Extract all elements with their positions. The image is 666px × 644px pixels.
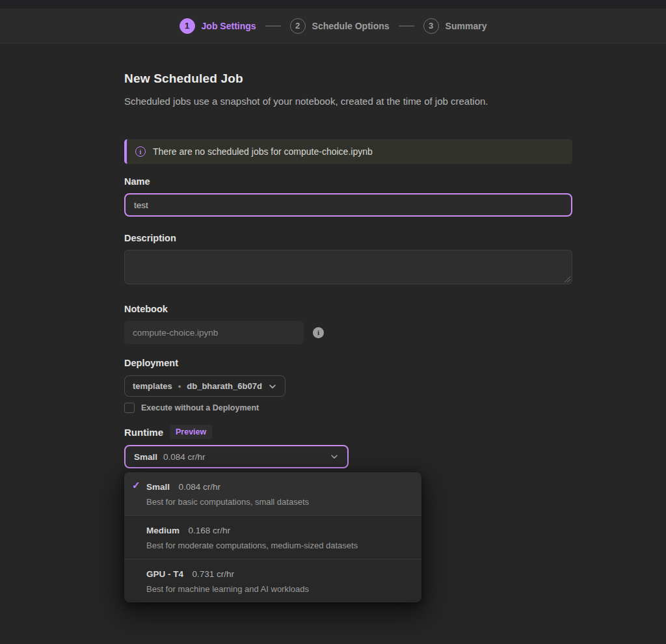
step-number-badge: 3 xyxy=(423,18,439,34)
chevron-down-icon xyxy=(268,382,277,391)
runtime-option-gpu-t4[interactable]: GPU - T4 0.731 cr/hr Best for machine le… xyxy=(124,559,421,602)
option-name: Small xyxy=(146,482,170,492)
info-banner-text: There are no scheduled jobs for compute-… xyxy=(153,146,373,157)
chevron-down-icon xyxy=(330,452,339,461)
step-number-badge: 1 xyxy=(180,18,195,34)
execute-without-deployment-option[interactable]: Execute without a Deployment xyxy=(124,403,572,413)
description-field xyxy=(124,250,572,284)
notebook-label: Notebook xyxy=(124,304,572,314)
step-label: Schedule Options xyxy=(312,21,390,31)
step-schedule-options[interactable]: 2 Schedule Options xyxy=(290,18,390,34)
step-label: Summary xyxy=(446,21,487,31)
page-title: New Scheduled Job xyxy=(124,72,572,86)
notebook-info-icon[interactable]: i xyxy=(313,327,324,338)
runtime-header: Runtime Preview xyxy=(124,425,572,439)
option-name: GPU - T4 xyxy=(146,569,183,579)
runtime-dropdown-menu: ✓ Small 0.084 cr/hr Best for basic compu… xyxy=(124,472,421,602)
notebook-input xyxy=(124,321,304,344)
notebook-row: i xyxy=(124,321,572,344)
checkbox-label: Execute without a Deployment xyxy=(141,403,259,412)
runtime-option-small[interactable]: ✓ Small 0.084 cr/hr Best for basic compu… xyxy=(124,472,421,515)
step-number-badge: 2 xyxy=(290,18,306,34)
stepper-divider xyxy=(265,25,281,27)
name-label: Name xyxy=(124,176,572,187)
runtime-select[interactable]: Small 0.084 cr/hr xyxy=(124,445,349,468)
option-description: Best for machine learning and AI workloa… xyxy=(146,584,411,594)
wizard-stepper: 1 Job Settings 2 Schedule Options 3 Summ… xyxy=(180,18,487,34)
option-price: 0.731 cr/hr xyxy=(192,569,234,579)
runtime-selected-name: Small xyxy=(134,452,157,462)
stepper-divider xyxy=(399,25,414,27)
info-icon: i xyxy=(135,146,146,157)
deployment-project: templates xyxy=(133,381,172,391)
window-top-strip xyxy=(0,0,666,8)
description-textarea[interactable] xyxy=(124,250,572,284)
deployment-name: db_bharath_6b07d xyxy=(187,381,262,391)
option-title: Small 0.084 cr/hr xyxy=(146,481,411,492)
runtime-selected-price: 0.084 cr/hr xyxy=(163,452,206,462)
main-content: New Scheduled Job Scheduled jobs use a s… xyxy=(0,72,572,602)
runtime-label: Runtime xyxy=(124,427,163,438)
name-input[interactable] xyxy=(124,193,572,217)
deployment-label: Deployment xyxy=(124,358,572,368)
deployment-select-button[interactable]: templates • db_bharath_6b07d xyxy=(124,375,286,397)
step-label: Job Settings xyxy=(202,21,256,31)
option-title: Medium 0.168 cr/hr xyxy=(146,524,411,536)
resize-handle[interactable] xyxy=(564,276,570,282)
checkmark-icon: ✓ xyxy=(132,479,140,491)
page-subtitle: Scheduled jobs use a snapshot of your no… xyxy=(124,96,572,107)
option-title: GPU - T4 0.731 cr/hr xyxy=(146,568,411,580)
option-description: Best for basic computations, small datas… xyxy=(146,497,411,507)
description-label: Description xyxy=(124,233,572,243)
step-job-settings[interactable]: 1 Job Settings xyxy=(180,18,256,34)
runtime-option-medium[interactable]: Medium 0.168 cr/hr Best for moderate com… xyxy=(124,515,421,559)
wizard-stepper-bar: 1 Job Settings 2 Schedule Options 3 Summ… xyxy=(0,8,666,44)
info-banner: i There are no scheduled jobs for comput… xyxy=(124,139,572,164)
deployment-bullet: • xyxy=(178,381,181,391)
option-description: Best for moderate computations, medium-s… xyxy=(146,541,411,550)
preview-badge: Preview xyxy=(170,425,212,439)
checkbox-unchecked[interactable] xyxy=(124,403,135,413)
step-summary[interactable]: 3 Summary xyxy=(423,18,487,34)
option-price: 0.084 cr/hr xyxy=(178,482,220,492)
option-price: 0.168 cr/hr xyxy=(188,526,230,535)
option-name: Medium xyxy=(146,526,180,535)
